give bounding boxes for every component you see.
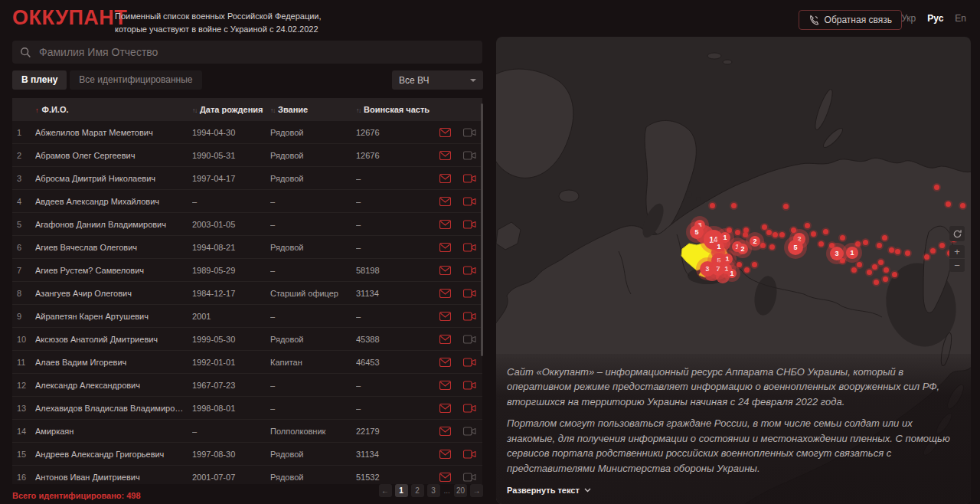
mail-icon[interactable] [433, 151, 457, 160]
mail-icon[interactable] [433, 381, 457, 390]
column-header-unit[interactable]: Воинская часть [356, 105, 433, 114]
map-cluster[interactable]: 2 [750, 236, 760, 247]
map-cluster[interactable]: 5 [690, 225, 704, 239]
map-marker-dot [783, 204, 789, 209]
video-camera-icon[interactable] [457, 312, 482, 321]
row-rank: – [270, 266, 356, 275]
table-row[interactable]: 2Абрамов Олег Сергеевич1990-05-31Рядовой… [12, 144, 482, 167]
filter-tab[interactable]: В плену [12, 70, 67, 90]
table-row[interactable]: 14Амиркаян–Полполковник22179 [12, 420, 482, 443]
pagination-page-button[interactable]: 3 [427, 484, 440, 497]
row-name: Абрамов Олег Сергеевич [35, 151, 192, 160]
pagination-page-button[interactable]: 2 [411, 484, 424, 497]
map-cluster[interactable]: 1 [714, 241, 724, 252]
map-marker-dot [930, 248, 936, 254]
map-cluster[interactable]: 1 [722, 254, 733, 264]
table-row[interactable]: 7Агиев Рустем? Самвелович1989-05-29–5819… [12, 259, 482, 282]
video-camera-icon[interactable] [457, 450, 482, 459]
row-rank: Капитан [270, 358, 356, 367]
row-number: 16 [12, 473, 35, 482]
map-cluster[interactable]: 3 [830, 247, 844, 260]
mail-icon[interactable] [433, 358, 457, 367]
language-switcher: УкрРусEn [901, 13, 966, 24]
map-marker-dot [882, 235, 887, 241]
mail-icon[interactable] [433, 427, 457, 436]
language-option[interactable]: Укр [901, 13, 916, 24]
mail-icon[interactable] [433, 220, 457, 229]
map-cluster[interactable]: 1 [727, 269, 737, 278]
mail-icon[interactable] [433, 312, 457, 321]
pagination-next-button[interactable]: → [470, 484, 483, 497]
sort-icon [356, 105, 361, 114]
table-row[interactable]: 12Александр Александрович1967-07-23–– [12, 374, 482, 397]
video-camera-icon[interactable] [457, 174, 482, 183]
column-header-name[interactable]: Ф.И.О. [35, 105, 192, 114]
mail-icon[interactable] [433, 266, 457, 275]
pagination-page-button[interactable]: 20 [454, 484, 467, 497]
map-cluster[interactable]: 1 [846, 247, 858, 259]
video-camera-icon[interactable] [457, 220, 482, 229]
table-row[interactable]: 4Авдеев Александр Михайлович––– [12, 190, 482, 213]
map-cluster[interactable]: 2 [737, 244, 748, 254]
table-row[interactable]: 3Абросма Дмитрий Николаевич1997-04-17Ряд… [12, 167, 482, 190]
row-number: 3 [12, 174, 35, 183]
video-camera-icon[interactable] [457, 473, 482, 482]
video-camera-icon[interactable] [457, 289, 482, 298]
mail-icon[interactable] [433, 197, 457, 206]
table-row[interactable]: 15Андреев Александр Григорьевич1997-08-3… [12, 443, 482, 466]
map-panel[interactable]: 3514111225137112531 + − Сайт «Оккупант» … [496, 37, 971, 504]
table-row[interactable]: 16Антонов Иван Дмитриевич2001-07-07Рядов… [12, 466, 482, 484]
video-camera-icon[interactable] [457, 404, 482, 413]
table-row[interactable]: 13Алехавидов Владислав Владимирович1998-… [12, 397, 482, 420]
map-refresh-button[interactable] [949, 226, 965, 241]
mail-icon[interactable] [433, 128, 457, 137]
video-camera-icon[interactable] [457, 427, 482, 436]
table-scrollbar[interactable] [481, 103, 483, 356]
mail-icon[interactable] [433, 289, 457, 298]
language-option[interactable]: Рус [927, 13, 943, 24]
mail-icon[interactable] [433, 243, 457, 252]
video-camera-icon[interactable] [457, 358, 482, 367]
mail-icon[interactable] [433, 174, 457, 183]
search-input[interactable] [38, 45, 475, 59]
table-row[interactable]: 1Абжелилов Марат Меметович1994-04-30Рядо… [12, 121, 482, 144]
table-row[interactable]: 11Алаев Вадим Игоревич1992-01-01Капитан4… [12, 351, 482, 374]
pagination-page-button[interactable]: 1 [395, 484, 408, 497]
unit-filter-select[interactable]: Все ВЧ [392, 70, 483, 90]
expand-text-button[interactable]: Развернуть текст [507, 486, 591, 495]
map-cluster[interactable]: 5 [788, 240, 803, 255]
mail-icon[interactable] [433, 473, 457, 482]
video-camera-icon[interactable] [457, 381, 482, 390]
video-camera-icon[interactable] [457, 197, 482, 206]
row-name: Агиев Рустем? Самвелович [35, 266, 192, 275]
total-identified-label: Всего идентифицировано: 498 [12, 491, 141, 500]
pagination-prev-button[interactable]: ← [379, 484, 392, 497]
table-row[interactable]: 9Айрапетян Карен Артушевич2001–– [12, 305, 482, 328]
map-marker-dot [874, 280, 879, 285]
video-camera-icon[interactable] [457, 128, 482, 137]
mail-icon[interactable] [433, 404, 457, 413]
column-header-dob[interactable]: Дата рождения [192, 105, 270, 114]
video-camera-icon[interactable] [457, 243, 482, 252]
column-header-rank[interactable]: Звание [270, 105, 356, 114]
map-zoom-in-button[interactable]: + [949, 245, 965, 259]
language-option[interactable]: En [955, 13, 966, 24]
row-dob: 1967-07-23 [192, 381, 270, 390]
table-row[interactable]: 6Агиев Вячеслав Олегович1994-08-21Рядово… [12, 236, 482, 259]
mail-icon[interactable] [433, 450, 457, 459]
feedback-button[interactable]: Обратная связь [799, 10, 902, 30]
table-row[interactable]: 10Аксюзов Анатолий Дмитриевич1999-05-30Р… [12, 328, 482, 351]
row-number: 15 [12, 450, 35, 459]
row-unit: 58198 [356, 266, 433, 275]
map-zoom-out-button[interactable]: − [949, 259, 965, 272]
row-unit: – [356, 381, 433, 390]
video-camera-icon[interactable] [457, 266, 482, 275]
app-logo[interactable]: ОККУПАНТ [12, 6, 127, 30]
table-row[interactable]: 8Азангуев Ачир Олегович1984-12-17Старший… [12, 282, 482, 305]
video-camera-icon[interactable] [457, 151, 482, 160]
video-camera-icon[interactable] [457, 335, 482, 344]
table-row[interactable]: 5Агафонов Даниил Владимирович2003-01-05–… [12, 213, 482, 236]
mail-icon[interactable] [433, 335, 457, 344]
row-rank: – [270, 404, 356, 413]
filter-tab[interactable]: Все идентифицированные [70, 70, 201, 90]
